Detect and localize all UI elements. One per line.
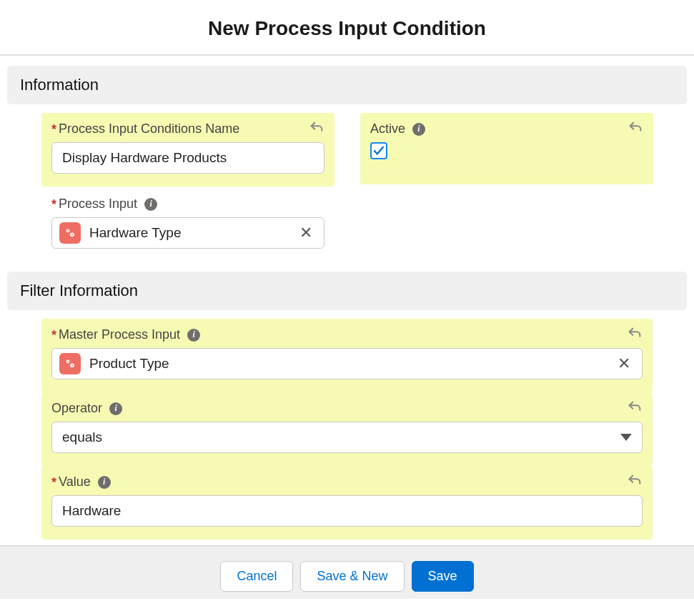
undo-icon[interactable] <box>309 120 324 136</box>
field-master-block: * Master Process Input i Product Type ✕ <box>41 319 653 392</box>
gear-icon <box>59 353 81 374</box>
undo-icon[interactable] <box>627 473 643 489</box>
svg-point-1 <box>67 230 69 232</box>
undo-icon[interactable] <box>628 120 643 136</box>
required-indicator: * <box>51 476 56 489</box>
name-input[interactable]: Display Hardware Products <box>51 142 324 174</box>
active-checkbox[interactable] <box>370 142 387 159</box>
svg-point-5 <box>67 361 69 362</box>
save-button[interactable]: Save <box>412 561 474 592</box>
chevron-down-icon <box>620 434 632 441</box>
operator-select[interactable]: equals <box>51 422 643 453</box>
info-icon[interactable]: i <box>98 476 111 489</box>
processinput-value: Hardware Type <box>89 225 295 241</box>
field-value-label: Value <box>59 475 91 490</box>
field-name-block: * Process Input Conditions Name Display … <box>41 113 334 187</box>
master-value: Product Type <box>89 356 613 372</box>
value-input[interactable]: Hardware <box>51 495 643 527</box>
operator-value: equals <box>62 429 102 445</box>
cancel-button[interactable]: Cancel <box>220 561 293 592</box>
required-indicator: * <box>51 198 56 211</box>
svg-point-3 <box>71 234 73 235</box>
info-icon[interactable]: i <box>187 329 200 342</box>
field-value-block: * Value i Hardware <box>41 466 653 540</box>
processinput-lookup[interactable]: Hardware Type ✕ <box>51 217 324 249</box>
undo-icon[interactable] <box>627 399 643 415</box>
clear-icon[interactable]: ✕ <box>613 356 635 372</box>
info-icon[interactable]: i <box>412 123 425 136</box>
gear-icon <box>59 222 81 244</box>
field-operator-block: Operator i equals <box>41 392 653 466</box>
name-input-value: Display Hardware Products <box>62 150 227 166</box>
info-icon[interactable]: i <box>144 198 157 211</box>
field-processinput-block: * Process Input i Hardware Type ✕ <box>41 197 334 262</box>
clear-icon[interactable]: ✕ <box>295 225 317 241</box>
undo-icon[interactable] <box>627 326 643 342</box>
footer-actions: Cancel Save & New Save <box>0 545 694 599</box>
required-indicator: * <box>51 329 56 342</box>
field-active-block: Active i <box>360 113 653 184</box>
field-master-label: Master Process Input <box>59 327 180 342</box>
required-indicator: * <box>51 123 56 136</box>
page-title: New Process Input Condition <box>0 0 694 54</box>
section-information-header: Information <box>7 66 687 104</box>
field-operator-label: Operator <box>51 401 102 416</box>
section-filter-header: Filter Information <box>7 272 687 310</box>
info-icon[interactable]: i <box>109 402 122 415</box>
master-lookup[interactable]: Product Type ✕ <box>51 348 643 379</box>
field-active-label: Active <box>370 121 405 136</box>
svg-point-7 <box>71 364 73 366</box>
field-name-label: Process Input Conditions Name <box>59 121 239 136</box>
save-and-new-button[interactable]: Save & New <box>300 561 404 592</box>
value-input-value: Hardware <box>62 503 121 519</box>
field-processinput-label: Process Input <box>59 197 137 212</box>
